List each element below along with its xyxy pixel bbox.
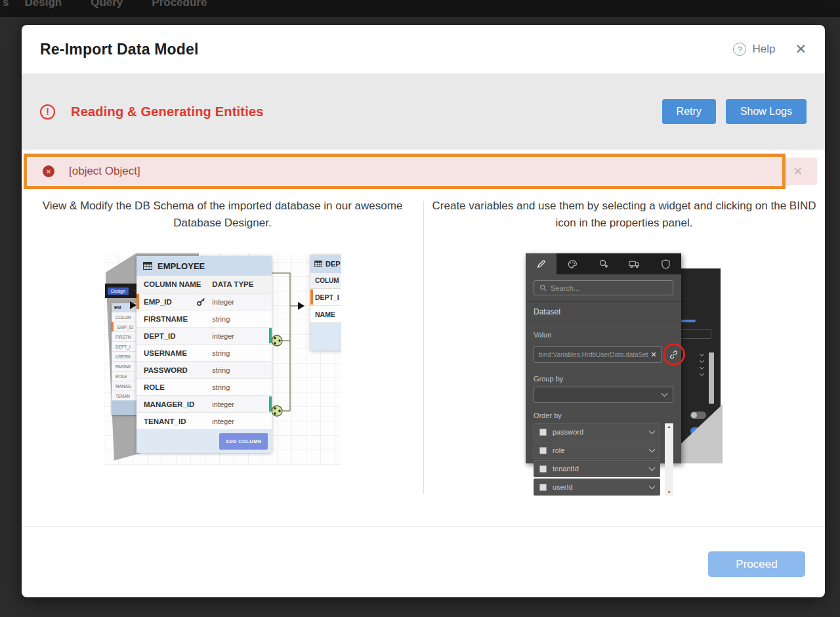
db-designer-column: View & Modify the DB Schema of the impor… xyxy=(22,196,423,520)
order-list-scrollbar: ▲ ▼ xyxy=(665,423,673,496)
error-banner: ✕ [object Object] ✕ xyxy=(28,158,817,185)
search-placeholder: Search... xyxy=(551,284,579,292)
department-table-title: DEP xyxy=(326,260,341,268)
status-message: Reading & Generating Entities xyxy=(71,104,264,119)
chevron-down-icon xyxy=(649,482,656,489)
status-strip: ! Reading & Generating Entities Retry Sh… xyxy=(22,74,825,150)
close-icon[interactable]: ✕ xyxy=(795,41,807,57)
panel-search-input: Search... xyxy=(534,280,673,295)
mini-tab-design: Design xyxy=(108,287,129,295)
table-row-username: USERNAME string xyxy=(136,345,272,362)
tab-properties xyxy=(526,253,556,274)
error-dismiss-icon[interactable]: ✕ xyxy=(793,165,803,179)
pencil-icon xyxy=(536,259,546,269)
order-by-label: Order by xyxy=(534,412,673,419)
department-table-footer xyxy=(310,323,341,351)
order-item-tenantid: tenantId xyxy=(534,460,660,477)
table-row-dept-id: DEPT_ID integer xyxy=(136,328,272,345)
db-designer-screenshot: Design ⋯ EM COLUM EMP_ID FIRSTN DEPT_I U… xyxy=(104,253,341,465)
bind-variables-column: Create variables and use them by selecti… xyxy=(423,196,825,520)
tab-search-settings xyxy=(588,253,619,274)
help-icon: ? xyxy=(733,43,746,56)
employee-table-title: EMPLOYEE xyxy=(158,261,205,271)
order-item-userid: userId xyxy=(534,479,660,496)
red-circle-annotation xyxy=(663,343,685,366)
department-table-card: DEP COLUM DEPT_I NAME xyxy=(310,255,341,351)
properties-panel-screenshot: Search... Dataset Value bind:Variables.H… xyxy=(526,250,723,463)
tab-styles xyxy=(556,253,587,274)
app-menubar: s Design Query Procedure xyxy=(0,0,840,17)
table-row-dept-id-ref: DEPT_I xyxy=(310,289,341,306)
bind-variables-description: Create variables and use them by selecti… xyxy=(432,198,816,232)
department-col-header: COLUM xyxy=(310,273,341,289)
column-divider xyxy=(423,201,424,494)
employee-rows: EMP_ID integer FIRSTNAME string DEPT_ID … xyxy=(136,293,272,430)
primary-key-icon xyxy=(197,297,205,306)
error-circle-x-icon: ✕ xyxy=(43,165,54,177)
menubar-item-query[interactable]: Query xyxy=(76,0,137,9)
pk-bar xyxy=(310,289,313,305)
table-row-role: ROLE string xyxy=(136,379,272,396)
pk-bar xyxy=(136,294,139,309)
checkbox-icon xyxy=(539,447,547,454)
info-columns: View & Modify the DB Schema of the impor… xyxy=(22,196,825,520)
employee-table-header: EMPLOYEE xyxy=(136,256,272,276)
panel-tabbar xyxy=(526,253,681,274)
table-icon xyxy=(143,262,152,270)
add-column-button: ADD COLUMN xyxy=(219,433,268,450)
scroll-down-icon: ▼ xyxy=(667,490,671,494)
value-label: Value xyxy=(534,331,673,339)
menubar-item-procedure[interactable]: Procedure xyxy=(137,0,221,9)
dialog-title: Re-Import Data Model xyxy=(40,41,199,58)
bind-icon-callout xyxy=(662,343,686,366)
fk-bar xyxy=(269,396,272,412)
group-by-label: Group by xyxy=(534,375,673,383)
menubar-item-design[interactable]: Design xyxy=(10,0,76,9)
col-header-name: COLUMN NAME xyxy=(136,280,212,288)
value-binding-text: bind:Variables.HrdbUserData.dataSet xyxy=(539,351,648,358)
chevron-down-icon xyxy=(649,446,656,452)
fk-node-manager xyxy=(272,406,282,416)
checkbox-icon xyxy=(539,429,547,436)
checkbox-icon xyxy=(539,484,547,491)
menubar-item-partial: s xyxy=(0,0,10,9)
background-chevrons xyxy=(700,355,704,375)
group-by-select xyxy=(534,387,673,403)
shield-icon xyxy=(662,259,670,269)
alert-icon: ! xyxy=(40,104,55,119)
checkbox-icon xyxy=(539,465,547,473)
retry-button[interactable]: Retry xyxy=(662,99,716,124)
error-banner-region: ✕ [object Object] ✕ xyxy=(28,158,817,185)
fk-node-dept xyxy=(272,335,282,346)
reimport-data-model-dialog: Re-Import Data Model ? Help ✕ ! Reading … xyxy=(22,25,825,597)
table-row-tenant-id: TENANT_ID integer xyxy=(136,413,272,430)
order-by-list: password role tenant xyxy=(534,423,660,496)
truck-icon xyxy=(629,260,640,268)
show-logs-button[interactable]: Show Logs xyxy=(726,99,807,124)
value-input: bind:Variables.HrdbUserData.dataSet ✕ xyxy=(534,346,662,363)
clear-value-icon: ✕ xyxy=(651,351,657,359)
help-label: Help xyxy=(752,43,775,56)
table-row-manager-id: MANAGER_ID integer xyxy=(136,396,272,413)
help-button[interactable]: ? Help xyxy=(733,43,775,56)
toggle-off xyxy=(690,412,706,419)
dialog-header: Re-Import Data Model ? Help ✕ xyxy=(22,25,825,74)
scroll-up-icon: ▲ xyxy=(667,425,671,429)
error-message: [object Object] xyxy=(69,165,140,178)
proceed-button[interactable]: Proceed xyxy=(708,551,805,577)
employee-column-headers: COLUMN NAME DATA TYPE xyxy=(136,276,272,293)
table-row-emp-id: EMP_ID integer xyxy=(136,293,272,310)
mini-tab-ghost: ⋯ xyxy=(132,288,136,293)
employee-table-footer: ADD COLUMN xyxy=(136,430,272,453)
table-row-password: PASSWORD string xyxy=(136,362,272,379)
table-row-name: NAME xyxy=(310,306,341,323)
fk-bar xyxy=(269,328,272,343)
background-scrollbar xyxy=(709,352,714,404)
properties-panel: Search... Dataset Value bind:Variables.H… xyxy=(526,253,681,463)
chevron-down-icon xyxy=(649,427,656,434)
order-item-role: role xyxy=(534,442,660,459)
dialog-footer: Proceed xyxy=(22,526,825,597)
order-item-password: password xyxy=(534,423,660,440)
table-row-firstname: FIRSTNAME string xyxy=(136,310,272,328)
tab-actions xyxy=(619,253,650,274)
